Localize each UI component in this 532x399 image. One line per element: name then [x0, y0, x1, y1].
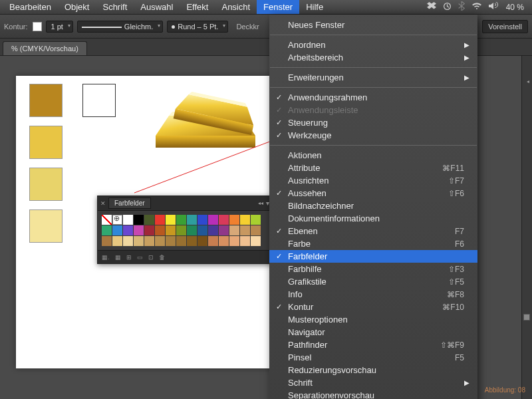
menu-item-dokumentinformationen[interactable]: Dokumentinformationen	[269, 212, 477, 225]
wifi-icon[interactable]	[471, 2, 482, 12]
swatch-cell[interactable]	[123, 215, 133, 225]
menu-item-musteroptionen[interactable]: Musteroptionen	[269, 313, 477, 326]
panel-close-icon[interactable]: ✕	[100, 200, 106, 207]
bluetooth-icon[interactable]	[458, 1, 465, 13]
swatch-cell[interactable]	[134, 236, 144, 246]
swatch-cell[interactable]	[219, 236, 229, 246]
volume-icon[interactable]	[489, 2, 499, 12]
swatch-cell[interactable]	[187, 236, 197, 246]
swatch-cell[interactable]	[208, 215, 218, 225]
menu-item-erweiterungen[interactable]: Erweiterungen▶	[269, 71, 477, 84]
swatch-cell[interactable]	[219, 225, 229, 235]
menu-item-neues-fenster[interactable]: Neues Fenster	[269, 19, 477, 31]
swatch-cell[interactable]	[240, 236, 250, 246]
menu-item-grafikstile[interactable]: Grafikstile⇧F5	[269, 275, 477, 288]
menu-item-navigator[interactable]: Navigator	[269, 326, 477, 338]
artboard[interactable]: ✕ Farbfelder ◂◂ ▾≡ ▦. ▦ ⊞ ▭ ⊡ 🗑	[16, 76, 295, 368]
menu-item-bildnachzeichner[interactable]: Bildnachzeichner	[269, 200, 477, 212]
menu-item-kontur[interactable]: ✓Kontur⌘F10	[269, 301, 477, 313]
menu-item-steuerung[interactable]: ✓Steuerung	[269, 116, 477, 129]
swatch-cell[interactable]	[198, 236, 207, 246]
swatch-cell[interactable]	[240, 215, 250, 225]
swatch-cell[interactable]	[208, 225, 218, 235]
swatches-panel[interactable]: ✕ Farbfelder ◂◂ ▾≡ ▦. ▦ ⊞ ▭ ⊡ 🗑	[97, 196, 277, 264]
menu-item-reduzierungsvorschau[interactable]: Reduzierungsvorschau	[269, 364, 477, 376]
swatch-cell[interactable]	[155, 215, 165, 225]
menu-auswahl[interactable]: Auswahl	[134, 0, 180, 14]
menu-item-info[interactable]: Info⌘F8	[269, 288, 477, 301]
swatch-cell[interactable]	[229, 215, 239, 225]
menu-ansicht[interactable]: Ansicht	[215, 0, 257, 14]
swatch-cell[interactable]	[176, 236, 186, 246]
empty-sample[interactable]	[82, 84, 116, 117]
menu-schrift[interactable]: Schrift	[96, 0, 134, 14]
dock-expand-icon[interactable]: ◂	[527, 78, 529, 84]
preferences-button[interactable]: Voreinstell	[482, 20, 528, 33]
dash-style-dropdown[interactable]: Gleichm.	[77, 21, 163, 33]
cap-style-dropdown[interactable]: Rund – 5 Pt.	[167, 21, 228, 33]
menu-fenster[interactable]: Fenster	[257, 0, 299, 14]
menu-item-ebenen[interactable]: ✓EbenenF7	[269, 225, 477, 237]
swatch-cell[interactable]	[166, 225, 176, 235]
swatch-cell[interactable]	[112, 225, 122, 235]
stroke-weight-dropdown[interactable]: 1 pt	[46, 21, 72, 33]
swatch-cell[interactable]	[208, 236, 218, 246]
swatch-cell[interactable]	[176, 215, 186, 225]
menu-item-aussehen[interactable]: ✓Aussehen⇧F6	[269, 187, 477, 200]
dropbox-icon[interactable]	[427, 1, 436, 13]
color-sample-2[interactable]	[29, 126, 63, 159]
swatch-cell[interactable]	[251, 215, 261, 225]
swatch-cell[interactable]	[251, 236, 261, 246]
menu-item-schrift[interactable]: Schrift▶	[269, 376, 477, 389]
menu-item-pathfinder[interactable]: Pathfinder⇧⌘F9	[269, 338, 477, 351]
menu-item-anordnen[interactable]: Anordnen▶	[269, 39, 477, 51]
swatch-cell[interactable]	[112, 215, 122, 225]
sync-icon[interactable]	[443, 2, 452, 13]
menu-item-farbhilfe[interactable]: Farbhilfe⇧F3	[269, 263, 477, 275]
menu-effekt[interactable]: Effekt	[180, 0, 215, 14]
menu-item-separationenvorschau[interactable]: Separationenvorschau	[269, 389, 477, 399]
swatch-cell[interactable]	[144, 225, 154, 235]
menu-item-farbfelder[interactable]: ✓Farbfelder	[269, 250, 477, 263]
menu-bearbeiten[interactable]: Bearbeiten	[3, 0, 58, 14]
swatch-cell[interactable]	[123, 236, 133, 246]
color-group-icon[interactable]: ▭	[137, 254, 143, 261]
menu-item-ausrichten[interactable]: Ausrichten⇧F7	[269, 174, 477, 187]
swatch-cell[interactable]	[102, 215, 112, 225]
swatch-cell[interactable]	[112, 236, 122, 246]
menu-item-pinsel[interactable]: PinselF5	[269, 351, 477, 364]
swatch-cell[interactable]	[198, 215, 207, 225]
menu-hilfe[interactable]: Hilfe	[299, 0, 330, 14]
swatch-cell[interactable]	[102, 225, 112, 235]
swatch-cell[interactable]	[134, 225, 144, 235]
color-sample-3[interactable]	[29, 168, 63, 201]
new-swatch-icon[interactable]: ⊡	[148, 254, 154, 261]
swatch-cell[interactable]	[155, 236, 165, 246]
swatch-cell[interactable]	[176, 225, 186, 235]
swatch-cell[interactable]	[229, 236, 239, 246]
swatch-cell[interactable]	[240, 225, 250, 235]
dock-color-proxy[interactable]	[523, 314, 530, 321]
swatch-cell[interactable]	[155, 225, 165, 235]
menu-item-arbeitsbereich[interactable]: Arbeitsbereich▶	[269, 51, 477, 64]
menu-item-attribute[interactable]: Attribute⌘F11	[269, 162, 477, 174]
swatch-cell[interactable]	[102, 236, 112, 246]
swatch-cell[interactable]	[187, 225, 197, 235]
swatch-cell[interactable]	[166, 215, 176, 225]
swatch-cell[interactable]	[251, 225, 261, 235]
swatch-options-icon[interactable]: ⊞	[126, 254, 132, 261]
swatch-lib-icon[interactable]: ▦.	[102, 254, 110, 261]
menu-item-farbe[interactable]: FarbeF6	[269, 237, 477, 250]
swatch-cell[interactable]	[134, 215, 144, 225]
swatch-cell[interactable]	[166, 236, 176, 246]
panel-header[interactable]: ✕ Farbfelder ◂◂ ▾≡	[98, 196, 276, 211]
color-sample-1[interactable]	[29, 84, 63, 117]
swatch-cell[interactable]	[144, 215, 154, 225]
menu-objekt[interactable]: Objekt	[58, 0, 96, 14]
stroke-swatch[interactable]	[33, 22, 42, 31]
panel-tab-title[interactable]: Farbfelder	[108, 198, 151, 209]
swatch-cell[interactable]	[198, 225, 207, 235]
menu-item-anwendungsrahmen[interactable]: ✓Anwendungsrahmen	[269, 91, 477, 104]
delete-swatch-icon[interactable]: 🗑	[159, 254, 165, 261]
swatch-cell[interactable]	[144, 236, 154, 246]
